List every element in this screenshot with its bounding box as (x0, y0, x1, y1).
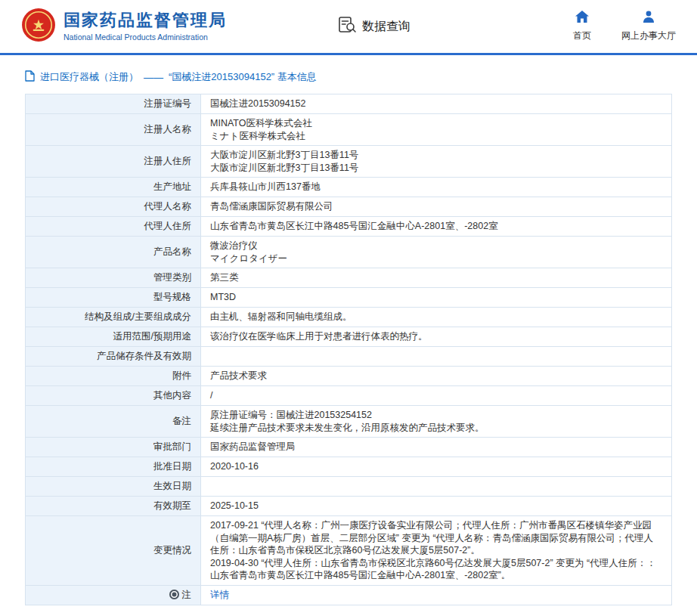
data-query-tab[interactable]: 数据查询 (339, 17, 410, 36)
table-row: 附件 产品技术要求 (26, 367, 672, 386)
nav-home[interactable]: 首页 (573, 11, 591, 42)
row-label-text: 备注 (172, 416, 191, 426)
table-row: 批准日期 2020-10-16 (26, 457, 672, 477)
row-label: 产品名称 (26, 237, 201, 268)
row-label-text: 生效日期 (153, 481, 191, 491)
row-label-text: 适用范围/预期用途 (113, 331, 191, 342)
breadcrumb-separator: —— (144, 72, 163, 83)
row-value-line: 微波治疗仪 (210, 240, 662, 252)
row-value (201, 347, 672, 367)
row-value-line: 延续注册产品技术要求未发生变化，沿用原核发的产品技术要求。 (210, 422, 662, 435)
row-value: 2025-10-15 (201, 497, 672, 516)
row-value-line: マイクロタイザー (210, 252, 662, 265)
document-icon (25, 70, 35, 84)
row-label-text: 注册人住所 (144, 156, 192, 166)
row-label-text: 代理人住所 (144, 221, 192, 231)
nav-service-hall[interactable]: 网上办事大厅 (621, 11, 676, 42)
row-label: 产品储存条件及有效期 (26, 347, 201, 367)
row-value: 原注册证编号：国械注进20153254152延续注册产品技术要求未发生变化，沿用… (201, 406, 672, 438)
row-value-line: 大阪市淀川区新北野3丁目13番11号 (210, 162, 662, 175)
row-value: 山东省青岛市黄岛区长江中路485号国汇金融中心A-2801室、-2802室 (201, 217, 672, 237)
table-row: 产品储存条件及有效期 (26, 347, 672, 367)
detail-table-body: 注册证编号 国械注进20153094152 注册人名称 MINATO医科学株式会… (26, 94, 672, 605)
row-value-line: / (210, 389, 662, 402)
row-value: 该治疗仪在医学临床上用于对患者进行体表的热疗。 (201, 327, 672, 347)
row-value-line: 由主机、辐射器和同轴电缆组成。 (210, 311, 662, 323)
row-label-text: 结构及组成/主要组成成分 (85, 311, 191, 322)
row-value-line: 山东省青岛市黄岛区长江中路485号国汇金融中心A-2801室、-2802室 (210, 220, 662, 233)
row-label-text: 批准日期 (153, 461, 191, 472)
row-label: 适用范围/预期用途 (26, 327, 201, 347)
row-label: 有效期至 (26, 497, 201, 516)
row-value: 大阪市淀川区新北野3丁目13番11号大阪市淀川区新北野3丁目13番11号 (201, 146, 672, 178)
national-emblem-icon (21, 8, 56, 45)
table-row: 注册人住所 大阪市淀川区新北野3丁目13番11号大阪市淀川区新北野3丁目13番1… (26, 146, 672, 178)
row-value: / (201, 386, 672, 406)
site-header: 国家药品监督管理局 National Medical Products Admi… (0, 0, 697, 53)
row-label-text: 型号规格 (153, 292, 191, 302)
breadcrumb: 进口医疗器械（注册） —— “国械注进20153094152” 基本信息 (25, 70, 672, 84)
row-label: 注册人住所 (26, 146, 201, 178)
site-subtitle: National Medical Products Administration (64, 33, 227, 42)
site-title: 国家药品监督管理局 (64, 11, 227, 29)
table-row: 型号规格 MT3D (26, 288, 672, 308)
table-row: 有效期至 2025-10-15 (26, 497, 672, 516)
table-row: 变更情况 2017-09-21 “代理人名称：广州一康医疗设备实业有限公司；代理… (26, 516, 672, 586)
row-label: 注册人名称 (26, 114, 201, 146)
row-value: MINATO医科学株式会社ミナト医科学株式会社 (201, 114, 672, 146)
nav-service-hall-label: 网上办事大厅 (621, 29, 676, 42)
note-icon (169, 590, 179, 599)
main-content: 进口医疗器械（注册） —— “国械注进20153094152” 基本信息 注册证… (0, 55, 697, 605)
table-row: 代理人名称 青岛儒涵康国际贸易有限公司 (26, 197, 672, 217)
row-value-line: 2020-10-16 (210, 460, 662, 473)
row-label: 注册证编号 (26, 94, 201, 114)
document-search-icon (339, 17, 357, 36)
row-label-text: 注册人名称 (144, 124, 192, 135)
person-icon (643, 11, 655, 26)
row-label: 注 (26, 585, 201, 605)
row-label: 附件 (26, 367, 201, 386)
row-label-text: 管理类别 (153, 272, 191, 283)
row-label: 生效日期 (26, 477, 201, 497)
row-label: 管理类别 (26, 268, 201, 288)
row-label-text: 审批部门 (153, 441, 191, 452)
table-row: 代理人住所 山东省青岛市黄岛区长江中路485号国汇金融中心A-2801室、-28… (26, 217, 672, 237)
table-row: 结构及组成/主要组成成分 由主机、辐射器和同轴电缆组成。 (26, 308, 672, 327)
row-label: 型号规格 (26, 288, 201, 308)
row-label-text: 有效期至 (153, 500, 191, 511)
row-value-line: MINATO医科学株式会社 (210, 117, 662, 130)
breadcrumb-current: “国械注进20153094152” 基本信息 (169, 70, 317, 84)
row-value-line: 第三类 (210, 271, 662, 284)
header-logo-link[interactable]: 国家药品监督管理局 National Medical Products Admi… (21, 8, 227, 45)
row-value: 微波治疗仪マイクロタイザー (201, 237, 672, 268)
table-row: 其他内容 / (26, 386, 672, 406)
row-value-line: 产品技术要求 (210, 370, 662, 382)
row-label: 代理人住所 (26, 217, 201, 237)
row-value-line: 该治疗仪在医学临床上用于对患者进行体表的热疗。 (210, 330, 662, 343)
row-value: 由主机、辐射器和同轴电缆组成。 (201, 308, 672, 327)
breadcrumb-category[interactable]: 进口医疗器械（注册） (40, 70, 138, 84)
top-nav: 首页 网上办事大厅 (573, 11, 676, 42)
row-label: 审批部门 (26, 438, 201, 457)
row-label-text: 其他内容 (153, 390, 191, 401)
row-value: 国家药品监督管理局 (201, 438, 672, 457)
table-row: 产品名称 微波治疗仪マイクロタイザー (26, 237, 672, 268)
table-row: 生效日期 (26, 477, 672, 497)
detail-link[interactable]: 详情 (210, 590, 229, 600)
row-value-line: 国家药品监督管理局 (210, 441, 662, 453)
row-label: 备注 (26, 406, 201, 438)
row-value-line: MT3D (210, 291, 662, 304)
row-label-text: 注册证编号 (144, 98, 192, 109)
row-value-line: 大阪市淀川区新北野3丁目13番11号 (210, 149, 662, 162)
brand-block: 国家药品监督管理局 National Medical Products Admi… (64, 11, 227, 41)
row-label-text: 变更情况 (153, 545, 191, 556)
table-row: 生产地址 兵库县筱山市川西137番地 (26, 178, 672, 197)
row-label-text: 注 (182, 590, 192, 600)
row-value (201, 477, 672, 497)
row-value-line: ミナト医科学株式会社 (210, 130, 662, 143)
detail-table: 注册证编号 国械注进20153094152 注册人名称 MINATO医科学株式会… (25, 94, 672, 605)
row-label-text: 代理人名称 (144, 201, 192, 212)
table-row: 审批部门 国家药品监督管理局 (26, 438, 672, 457)
row-value-line: 兵库县筱山市川西137番地 (210, 181, 662, 193)
row-value-line: 国械注进20153094152 (210, 98, 662, 110)
